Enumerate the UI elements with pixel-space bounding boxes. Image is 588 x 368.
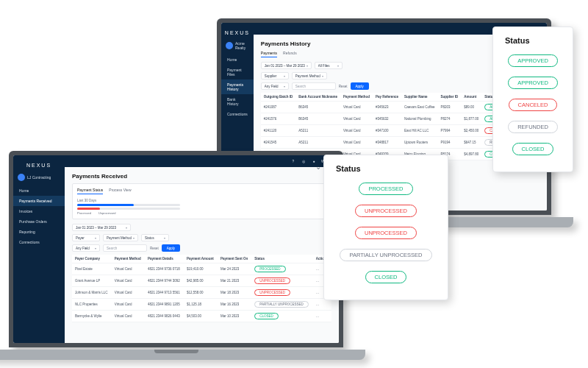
cell: $1,877.00 — [461, 113, 481, 125]
cell: East Hill AC LLC — [401, 125, 437, 137]
nav-item[interactable]: Purchase Orders — [13, 216, 65, 227]
filter-supplier[interactable]: Supplier▾ — [261, 72, 289, 79]
filter-method[interactable]: Payment Method▾ — [292, 72, 327, 79]
column-header[interactable]: Bank Account Nickname — [295, 93, 340, 102]
filter-date-range[interactable]: Jan 01 2023 – Mar 29 2023▾ — [72, 224, 131, 231]
column-header[interactable]: Amount — [461, 93, 481, 102]
column-header[interactable]: Payment Method — [112, 255, 145, 263]
cell: Johnson & Marris LLC — [72, 287, 112, 299]
tab[interactable]: Process View — [109, 188, 131, 194]
column-header[interactable]: Pay Reference — [373, 93, 401, 102]
main: ? ◎ ● William Payments Received Payment … — [65, 155, 339, 343]
status-row: CLOSED — [505, 141, 561, 155]
cell: $4,897.80 — [461, 149, 481, 160]
table-row[interactable]: NLC PropertiesVirtual Card4821 2344 9891… — [72, 299, 331, 311]
column-header[interactable]: Payment Sent On — [218, 255, 251, 263]
filter-method[interactable]: Payment Method▾ — [103, 234, 138, 241]
column-header[interactable]: Payer Company — [72, 255, 112, 263]
cell: P8203 — [437, 102, 461, 113]
nav-item[interactable]: Home — [13, 185, 65, 196]
cell: #241545 — [261, 137, 296, 149]
cell: B6345 — [295, 113, 340, 125]
nav-item[interactable]: Reporting — [13, 227, 65, 237]
cell: $1,125.18 — [184, 299, 218, 311]
laptop-base — [0, 350, 365, 360]
cell: #345632 — [373, 113, 401, 125]
status-card-title: Status — [336, 164, 436, 173]
apply-button[interactable]: Apply — [351, 82, 369, 90]
summary-card: Payment StatusProcess View Last 30 Days … — [72, 183, 331, 219]
reset-link[interactable]: Reset — [150, 247, 159, 250]
filter-status[interactable]: Status▾ — [141, 234, 169, 241]
chevron-down-icon: ▾ — [164, 236, 165, 240]
column-header[interactable]: Payment Method — [340, 93, 373, 102]
apply-button[interactable]: Apply — [162, 244, 180, 252]
laptop-front: NEXUS LJ Contracting HomePayments Receiv… — [9, 151, 343, 360]
column-header[interactable]: Supplier Name — [401, 93, 437, 102]
column-header[interactable]: Payment Amount — [184, 255, 218, 263]
nav-item[interactable]: Connections — [13, 237, 65, 247]
nav-item[interactable]: Connections — [221, 109, 254, 119]
status-badge: PARTIALLY UNPROCESSED — [340, 249, 431, 261]
status-badge: PARTIALLY UNPROCESSED — [254, 301, 308, 308]
nav-item[interactable]: Payments Received — [13, 196, 65, 206]
nav-item[interactable]: Payment Files — [221, 65, 254, 79]
status-badge: REFUNDED — [508, 121, 558, 133]
filter-any-field[interactable]: Any Field▾ — [72, 244, 100, 252]
status-row: APPROVED — [505, 74, 561, 89]
cell: #345623 — [373, 102, 401, 113]
search-input[interactable]: Search — [292, 82, 336, 90]
filter-payer[interactable]: Payer▾ — [72, 234, 100, 241]
table-row[interactable]: Pixel EstateVirtual Card4821 2344 9736 0… — [72, 263, 331, 275]
reset-link[interactable]: Reset — [339, 85, 348, 88]
tab[interactable]: Payment Status — [77, 188, 103, 194]
chevron-down-icon: ▾ — [95, 247, 96, 250]
cell: … — [313, 311, 331, 322]
status-badge: PROCESSED — [359, 183, 412, 195]
cell: P8274 — [437, 113, 461, 125]
tenant-switcher[interactable]: Acme Realty — [221, 41, 254, 54]
nav-item[interactable]: Invoices — [13, 206, 65, 216]
status-badge: UNPROCESSED — [254, 289, 290, 296]
filter-file[interactable]: All Files▾ — [315, 62, 343, 69]
table-row[interactable]: Grant Avenue LPVirtual Card4821 2344 974… — [72, 275, 331, 287]
column-header[interactable]: Status — [251, 255, 312, 263]
cell: #348817 — [373, 137, 401, 149]
tenant-switcher[interactable]: LJ Contracting — [13, 174, 65, 185]
help-icon[interactable]: ? — [290, 158, 296, 164]
cell: A5211 — [295, 137, 340, 149]
cell: P7994 — [437, 125, 461, 137]
app-payments-received: NEXUS LJ Contracting HomePayments Receiv… — [13, 155, 339, 343]
column-header[interactable]: Payment Details — [145, 255, 184, 263]
summary-legend: Processed Unprocessed — [77, 211, 326, 215]
cell: Virtual Card — [340, 102, 373, 113]
cell: Mar 21 2023 — [218, 275, 251, 287]
nav-item[interactable]: Bank History — [221, 94, 254, 109]
nav-item[interactable]: Payments History — [221, 79, 254, 94]
cell: Virtual Card — [340, 125, 373, 137]
cell: PARTIALLY UNPROCESSED — [251, 299, 312, 311]
filter-any-field[interactable]: Any Field▾ — [261, 82, 289, 90]
search-input[interactable]: Search — [103, 244, 147, 252]
nav-item[interactable]: Home — [221, 54, 254, 65]
column-header[interactable]: Outgoing Batch ID — [261, 93, 296, 102]
notifications-icon[interactable]: ◎ — [301, 158, 306, 164]
filter-date-range[interactable]: Jan 01 2023 – Mar 29 2023▾ — [261, 62, 312, 69]
status-row: UNPROCESSED — [336, 224, 436, 239]
column-header[interactable]: Supplier ID — [437, 93, 461, 102]
tab[interactable]: Refunds — [283, 51, 297, 57]
tab[interactable]: Payments — [261, 51, 277, 57]
status-row: APPROVED — [505, 52, 561, 67]
filter-bar-3: Any Field▾ Search Reset Apply — [72, 244, 331, 252]
cell: $2,450.00 — [461, 125, 481, 137]
status-row: CLOSED — [336, 269, 436, 283]
status-badge: PROCESSED — [254, 266, 285, 272]
cell: #241576 — [261, 113, 296, 125]
cell: $19,410.00 — [184, 263, 218, 275]
cell: NLC Properties — [72, 299, 112, 311]
table-row[interactable]: Johnson & Marris LLCVirtual Card4821 234… — [72, 287, 331, 299]
cell: CLOSED — [251, 311, 312, 322]
summary-tabs: Payment StatusProcess View — [77, 188, 326, 194]
chevron-down-icon: ▾ — [337, 64, 339, 68]
table-row[interactable]: Barmycke & WylieVirtual Card4821 2344 98… — [72, 311, 331, 322]
